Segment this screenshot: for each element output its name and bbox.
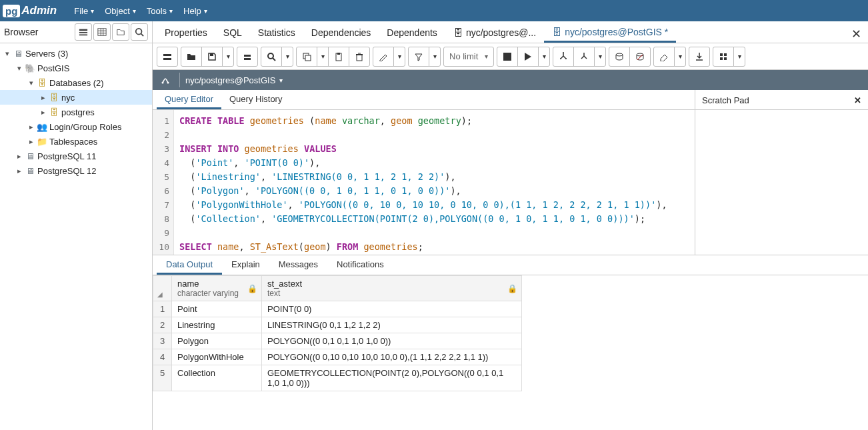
sort-icon: ◢ <box>157 291 163 298</box>
svg-rect-20 <box>337 53 340 55</box>
paste-button[interactable] <box>328 47 349 67</box>
row-limit-select[interactable]: No limit▾ <box>443 47 494 67</box>
table-row[interactable]: 3PolygonPOLYGON((0 0,1 0,1 1,0 1,0 0)) <box>153 333 522 349</box>
find-dropdown[interactable]: ▾ <box>281 47 293 67</box>
connection-status-icon[interactable] <box>157 73 174 87</box>
menu-tools[interactable]: Tools▾ <box>141 0 178 21</box>
tab-query-editor[interactable]: Query Editor <box>157 90 221 109</box>
find-button[interactable] <box>261 47 282 67</box>
cell-stastext[interactable]: POLYGON((0 0,1 0,1 1,0 1,0 0)) <box>262 333 522 349</box>
database-icon: 🗄 <box>453 27 463 38</box>
tab-close-button[interactable]: ✕ <box>851 27 861 41</box>
tab-sql[interactable]: SQL <box>215 21 250 43</box>
cell-name[interactable]: Polygon <box>172 333 262 349</box>
open-file-button[interactable] <box>181 47 202 67</box>
svg-line-9 <box>141 34 144 37</box>
execute-dropdown[interactable]: ▾ <box>538 47 550 67</box>
tree-tablespaces[interactable]: 📁Tablespaces <box>0 134 152 149</box>
tab-notifications[interactable]: Notifications <box>327 255 393 275</box>
execute-button[interactable] <box>517 47 539 67</box>
toggle-panel-button[interactable] <box>157 47 178 67</box>
close-icon[interactable]: ✕ <box>854 95 861 105</box>
tab-data-output[interactable]: Data Output <box>157 255 222 275</box>
tree-postgis[interactable]: 🐘PostGIS <box>0 61 152 75</box>
column-type: character varying <box>177 289 256 298</box>
tab-query-2[interactable]: 🗄nyc/postgres@PostGIS * <box>544 21 676 43</box>
tree-label: nyc <box>60 93 75 103</box>
tree-label: Servers (3) <box>24 49 68 59</box>
column-header-name[interactable]: name character varying 🔒 <box>172 276 262 301</box>
copy-button[interactable] <box>296 47 317 67</box>
tab-query-history[interactable]: Query History <box>221 90 290 109</box>
tree-db-postgres[interactable]: 🗄postgres <box>0 105 152 119</box>
code-area[interactable]: CREATE TABLE geometries (name varchar, g… <box>174 110 695 255</box>
connection-selector[interactable]: nyc/postgres@PostGIS▾ <box>185 75 283 85</box>
rollback-button[interactable] <box>629 47 651 67</box>
row-number: 5 <box>153 365 172 391</box>
edit-button[interactable] <box>373 47 394 67</box>
scratch-pad-pane[interactable] <box>695 110 868 255</box>
tab-dependencies[interactable]: Dependencies <box>303 21 379 43</box>
copy-sql-button[interactable] <box>237 47 258 67</box>
tab-query-1[interactable]: 🗄nyc/postgres@... <box>445 21 544 43</box>
commit-button[interactable] <box>609 47 630 67</box>
explain-analyze-button[interactable] <box>573 47 595 67</box>
table-row[interactable]: 2LinestringLINESTRING(0 0,1 1,2 1,2 2) <box>153 317 522 333</box>
cell-name[interactable]: Point <box>172 301 262 317</box>
tree-servers[interactable]: 🖥Servers (3) <box>0 46 152 61</box>
menu-file[interactable]: File▾ <box>69 0 99 21</box>
tab-properties[interactable]: Properties <box>157 21 215 43</box>
tree-label: postgres <box>60 107 95 117</box>
rownum-header[interactable]: ◢ <box>153 276 172 301</box>
macros-button[interactable] <box>713 47 734 67</box>
browser-tool-3[interactable] <box>112 23 129 41</box>
cell-stastext[interactable]: LINESTRING(0 0,1 1,2 1,2 2) <box>262 317 522 333</box>
table-row[interactable]: 4PolygonWithHolePOLYGON((0 0,10 0,10 10,… <box>153 349 522 365</box>
save-button[interactable] <box>201 47 223 67</box>
clear-dropdown[interactable]: ▾ <box>674 47 686 67</box>
tree-databases[interactable]: 🗄Databases (2) <box>0 75 152 90</box>
copy-dropdown[interactable]: ▾ <box>317 47 329 67</box>
column-header-stastext[interactable]: st_astext text 🔒 <box>262 276 522 301</box>
explain-button[interactable] <box>553 47 574 67</box>
table-row[interactable]: 1PointPOINT(0 0) <box>153 301 522 317</box>
roles-icon: 👥 <box>36 122 48 132</box>
cell-stastext[interactable]: POLYGON((0 0,10 0,10 10,0 10,0 0),(1 1,1… <box>262 349 522 365</box>
tree-pg12[interactable]: 🖥PostgreSQL 12 <box>0 163 152 178</box>
tree-pg11[interactable]: 🖥PostgreSQL 11 <box>0 149 152 163</box>
explain-dropdown[interactable]: ▾ <box>594 47 606 67</box>
tab-explain[interactable]: Explain <box>222 255 269 275</box>
tree-roles[interactable]: 👥Login/Group Roles <box>0 119 152 134</box>
cell-stastext[interactable]: GEOMETRYCOLLECTION(POINT(2 0),POLYGON((0… <box>262 365 522 391</box>
cell-name[interactable]: Linestring <box>172 317 262 333</box>
tablespace-icon: 📁 <box>36 137 48 147</box>
browser-tool-1[interactable] <box>75 23 92 41</box>
filter-dropdown[interactable]: ▾ <box>429 47 441 67</box>
svg-rect-34 <box>724 57 727 60</box>
filter-button[interactable] <box>408 47 429 67</box>
stop-button[interactable] <box>497 47 518 67</box>
tab-statistics[interactable]: Statistics <box>250 21 303 43</box>
delete-button[interactable] <box>349 47 370 67</box>
tab-dependents[interactable]: Dependents <box>379 21 445 43</box>
cell-name[interactable]: Collection <box>172 365 262 391</box>
clear-button[interactable] <box>653 47 675 67</box>
save-dropdown[interactable]: ▾ <box>222 47 234 67</box>
download-button[interactable] <box>689 47 710 67</box>
edit-dropdown[interactable]: ▾ <box>393 47 405 67</box>
browser-tool-2[interactable] <box>93 23 111 41</box>
menu-object[interactable]: Object▾ <box>99 0 141 21</box>
logo-admin: Admin <box>21 4 57 17</box>
column-type: text <box>267 289 516 298</box>
menu-help[interactable]: Help▾ <box>178 0 213 21</box>
svg-rect-14 <box>244 58 251 60</box>
macros-dropdown[interactable]: ▾ <box>733 47 745 67</box>
table-row[interactable]: 5CollectionGEOMETRYCOLLECTION(POINT(2 0)… <box>153 365 522 391</box>
svg-point-25 <box>563 52 564 53</box>
query-toolbar: ▾ ▾ ▾ ▾ ▾ No limit▾ <box>153 43 868 70</box>
cell-stastext[interactable]: POINT(0 0) <box>262 301 522 317</box>
cell-name[interactable]: PolygonWithHole <box>172 349 262 365</box>
browser-search[interactable] <box>131 23 148 41</box>
tab-messages[interactable]: Messages <box>269 255 327 275</box>
tree-db-nyc[interactable]: 🗄nyc <box>0 90 152 105</box>
